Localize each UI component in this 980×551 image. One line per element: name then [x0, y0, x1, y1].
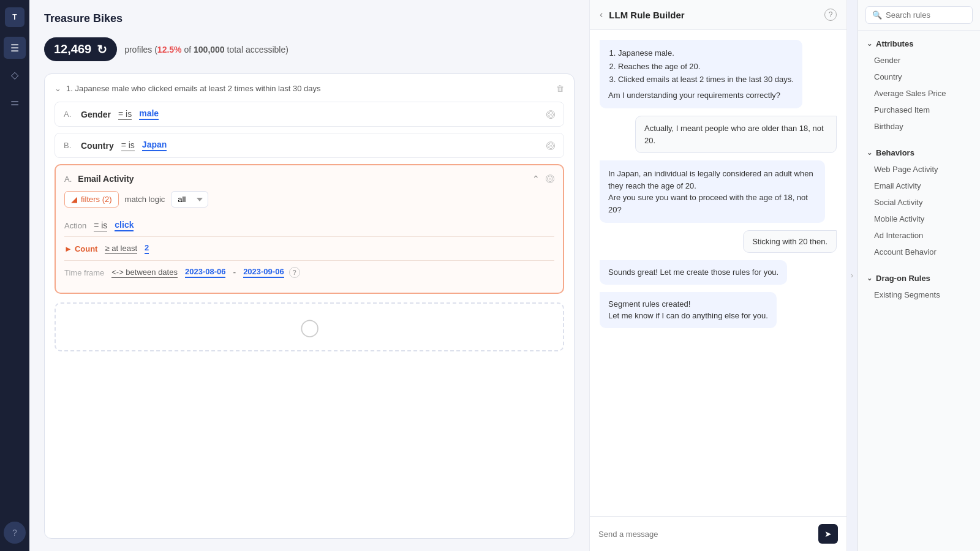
sidebar-icon-code[interactable]: ◇ [4, 64, 26, 86]
timeframe-dash: - [233, 268, 236, 277]
rule-group-title: 1. Japanese male who clicked emails at l… [66, 84, 551, 93]
rule-item-social-activity[interactable]: Social Activity [858, 194, 980, 211]
timeframe-help-icon[interactable]: ? [289, 267, 300, 278]
llm-bot-text-2: In Japan, an individual is legally consi… [608, 169, 813, 214]
rule-op-gender: = is [118, 109, 132, 120]
rule-item-mobile-activity[interactable]: Mobile Activity [858, 211, 980, 227]
filters-button[interactable]: ◢ filters (2) [64, 191, 119, 208]
llm-message-input[interactable] [598, 530, 813, 539]
search-box: 🔍 [865, 6, 973, 24]
rule-val-country[interactable]: Japan [142, 140, 167, 151]
llm-user-text-2: Sticking with 20 then. [752, 237, 827, 246]
llm-title: LLM Rule Builder [609, 10, 818, 20]
sidebar-icon-users[interactable]: ⚌ [4, 91, 26, 113]
filters-label: filters (2) [81, 195, 112, 204]
search-rules-input[interactable] [886, 10, 966, 20]
drag-on-section: ⌄ Drag-on Rules Existing Segments [858, 265, 980, 308]
rule-item-existing-segments[interactable]: Existing Segments [858, 287, 980, 303]
rule-label-a: A. [64, 110, 76, 119]
timeframe-op: <-> between dates [111, 268, 178, 278]
action-val[interactable]: click [115, 220, 134, 231]
rule-label-b: B. [64, 141, 76, 150]
timeframe-date-start[interactable]: 2023-08-06 [185, 267, 226, 278]
action-row: Action = is click [64, 215, 554, 237]
rule-remove-country[interactable]: ⨷ [546, 141, 555, 151]
page-title: Treasure Bikes [44, 12, 575, 25]
rule-val-gender[interactable]: male [139, 108, 159, 120]
attributes-section: ⌄ Attributes Gender Country Average Sale… [858, 31, 980, 140]
attributes-header[interactable]: ⌄ Attributes [858, 36, 980, 52]
rule-item-email-activity[interactable]: Email Activity [858, 178, 980, 194]
rules-sidebar: 🔍 ⌄ Attributes Gender Country Average Sa… [858, 0, 980, 551]
drag-on-chevron: ⌄ [867, 274, 872, 282]
behaviors-section: ⌄ Behaviors Web Page Activity Email Acti… [858, 140, 980, 265]
llm-list-item-2: Reaches the age of 20. [618, 61, 794, 73]
rule-group-chevron[interactable]: ⌄ [55, 84, 61, 93]
timeframe-label: Time frame [64, 268, 104, 277]
llm-help-icon[interactable]: ? [824, 9, 837, 21]
sidebar-icon-dashboard[interactable]: ☰ [4, 37, 26, 59]
llm-message-2: Actually, I meant people who are older t… [635, 116, 837, 153]
drop-zone[interactable]: ◯ [55, 302, 564, 351]
activity-card-header: A. Email Activity ⌃ ⨷ [64, 174, 554, 184]
count-op: ≥ at least [105, 244, 137, 254]
count-row: ► Count ≥ at least 2 [64, 237, 554, 261]
profile-count: 12,469 [54, 42, 91, 56]
left-sidebar: T ☰ ◇ ⚌ ? [0, 0, 29, 551]
activity-label: A. [64, 174, 72, 184]
attributes-chevron: ⌄ [867, 40, 872, 48]
count-badge: 12,469 ↻ [44, 37, 117, 61]
llm-panel: ‹ LLM Rule Builder ? Japanese male. Reac… [589, 0, 846, 551]
sidebar-help-icon[interactable]: ? [4, 522, 26, 544]
search-icon: 🔍 [872, 10, 882, 20]
llm-list-item-1: Japanese male. [618, 47, 794, 59]
llm-message-1: Japanese male. Reaches the age of 20. Cl… [600, 40, 802, 108]
llm-messages: Japanese male. Reaches the age of 20. Cl… [590, 30, 846, 516]
panel-collapse-handle[interactable]: › [846, 0, 858, 551]
llm-message-6: Segment rules created!Let me know if I c… [600, 292, 777, 328]
rule-remove-gender[interactable]: ⨷ [546, 110, 555, 119]
llm-question-1: Am I understanding your requirements cor… [608, 91, 780, 100]
activity-remove-icon[interactable]: ⨷ [546, 174, 554, 184]
rule-item-account-behavior[interactable]: Account Behavior [858, 244, 980, 260]
llm-bot-text-3: Sounds great! Let me create those rules … [608, 268, 778, 277]
count-label: Count [75, 244, 98, 253]
behaviors-header[interactable]: ⌄ Behaviors [858, 144, 980, 161]
activity-chevron-icon[interactable]: ⌃ [532, 174, 540, 184]
timeframe-date-end[interactable]: 2023-09-06 [243, 267, 284, 278]
rule-item-country[interactable]: Country [858, 69, 980, 85]
drop-zone-icon: ◯ [300, 317, 319, 337]
action-op: = is [94, 220, 107, 231]
rule-item-web-page[interactable]: Web Page Activity [858, 161, 980, 178]
rules-container: ⌄ 1. Japanese male who clicked emails at… [44, 73, 575, 539]
rule-item-ad-interaction[interactable]: Ad Interaction [858, 227, 980, 244]
llm-list-item-3: Clicked emails at least 2 times in the l… [618, 73, 794, 86]
rule-field-gender: Gender [81, 110, 111, 119]
rule-item-birthday[interactable]: Birthday [858, 118, 980, 135]
llm-user-text-1: Actually, I meant people who are older t… [644, 124, 823, 145]
rule-op-country: = is [121, 140, 135, 151]
timeframe-row: Time frame <-> between dates 2023-08-06 … [64, 261, 554, 284]
match-logic-select[interactable]: all any [171, 191, 208, 208]
rule-row-gender: A. Gender = is male ⨷ [55, 102, 564, 127]
llm-send-button[interactable]: ➤ [818, 524, 838, 544]
llm-message-3: In Japan, an individual is legally consi… [600, 160, 825, 223]
rules-search: 🔍 [858, 0, 980, 31]
app-logo: T [5, 7, 24, 27]
llm-collapse-icon[interactable]: ‹ [600, 9, 603, 20]
llm-message-4: Sticking with 20 then. [743, 230, 837, 253]
count-expand[interactable]: ► Count [64, 244, 97, 253]
rule-item-purchased-item[interactable]: Purchased Item [858, 102, 980, 118]
rule-item-avg-sales-price[interactable]: Average Sales Price [858, 85, 980, 102]
refresh-icon[interactable]: ↻ [96, 44, 107, 55]
drag-on-header[interactable]: ⌄ Drag-on Rules [858, 270, 980, 287]
drag-on-label: Drag-on Rules [876, 274, 930, 283]
llm-bot-text-4: Segment rules created!Let me know if I c… [608, 299, 768, 321]
count-val[interactable]: 2 [145, 243, 149, 254]
rule-group-delete-icon[interactable]: 🗑 [556, 84, 564, 93]
match-logic-label: match logic [125, 195, 165, 204]
activity-title: Email Activity [78, 174, 526, 184]
rule-row-country: B. Country = is Japan ⨷ [55, 133, 564, 158]
rule-item-gender[interactable]: Gender [858, 52, 980, 69]
action-label: Action [64, 221, 86, 230]
